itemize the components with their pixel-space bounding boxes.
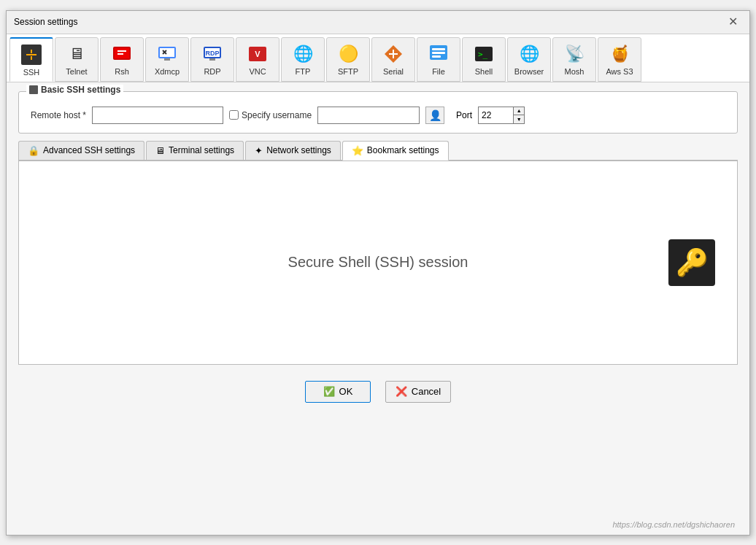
basic-ssh-title: Basic SSH settings: [26, 85, 123, 95]
tab-file[interactable]: File: [417, 37, 460, 82]
svg-text:>_: >_: [478, 50, 488, 59]
tab-ftp-label: FTP: [296, 67, 311, 76]
network-icon: ✦: [255, 145, 263, 156]
svg-rect-23: [432, 52, 445, 54]
tab-vnc[interactable]: V VNC: [236, 37, 279, 82]
remote-host-label: Remote host *: [31, 110, 86, 120]
subtab-terminal[interactable]: 🖥 Terminal settings: [146, 141, 244, 160]
sub-tabs-container: 🔒 Advanced SSH settings 🖥 Terminal setti…: [18, 141, 738, 365]
telnet-icon: 🖥: [65, 42, 88, 66]
basic-ssh-title-icon: [29, 85, 38, 94]
tab-ssh[interactable]: SSH: [9, 37, 53, 82]
tab-rsh[interactable]: Rsh: [100, 37, 144, 82]
tab-file-label: File: [432, 67, 445, 76]
protocol-tabs-row: SSH 🖥 Telnet Rsh Xdmcp RDP RDP: [7, 34, 749, 82]
tab-rsh-label: Rsh: [115, 67, 129, 76]
tab-xdmcp[interactable]: Xdmcp: [145, 37, 189, 82]
port-input-group: 22 ▲ ▼: [478, 107, 525, 124]
main-content: Basic SSH settings Remote host * Specify…: [7, 82, 749, 523]
ssh-icon: [20, 43, 43, 66]
session-preview-area: Secure Shell (SSH) session 🔑: [18, 161, 738, 365]
rdp-icon: RDP: [201, 42, 224, 66]
tab-awss3[interactable]: 🍯 Aws S3: [598, 37, 641, 82]
specify-username-label: Specify username: [229, 110, 312, 120]
subtab-terminal-label: Terminal settings: [169, 145, 234, 155]
tab-vnc-label: VNC: [249, 67, 266, 76]
ok-icon: ✅: [323, 386, 335, 397]
vnc-icon: V: [246, 42, 269, 66]
subtab-network-label: Network settings: [266, 145, 331, 155]
close-button[interactable]: ✕: [724, 15, 742, 29]
port-input[interactable]: 22: [478, 107, 513, 124]
tab-rdp[interactable]: RDP RDP: [190, 37, 234, 82]
sftp-icon: 🟡: [336, 42, 360, 66]
tab-telnet-label: Telnet: [66, 67, 87, 76]
subtab-network[interactable]: ✦ Network settings: [245, 141, 341, 160]
port-up-button[interactable]: ▲: [514, 107, 524, 115]
tab-mosh-label: Mosh: [565, 67, 585, 76]
sub-tabs-row: 🔒 Advanced SSH settings 🖥 Terminal setti…: [18, 141, 738, 161]
remote-host-input[interactable]: [92, 107, 223, 124]
xdmcp-icon: [155, 42, 179, 66]
tab-sftp[interactable]: 🟡 SFTP: [326, 37, 370, 82]
shell-icon: >_: [472, 42, 495, 66]
tab-shell[interactable]: >_ Shell: [462, 37, 506, 82]
tab-browser-label: Browser: [514, 67, 544, 76]
session-label: Secure Shell (SSH) session: [288, 254, 468, 271]
svg-text:RDP: RDP: [205, 50, 219, 57]
svg-rect-11: [164, 58, 170, 61]
session-key-icon: 🔑: [668, 239, 715, 286]
file-icon: [427, 42, 450, 66]
svg-rect-24: [432, 55, 441, 58]
dialog-title: Session settings: [14, 17, 77, 27]
tab-browser[interactable]: 🌐 Browser: [507, 37, 551, 82]
specify-username-checkbox[interactable]: [229, 110, 239, 120]
tab-ssh-label: SSH: [23, 68, 40, 77]
port-label: Port: [456, 110, 472, 120]
ok-button[interactable]: ✅ OK: [305, 381, 371, 403]
tab-serial-label: Serial: [383, 67, 404, 76]
username-input[interactable]: [317, 107, 420, 124]
footer: ✅ OK ❌ Cancel: [18, 372, 738, 411]
tab-rdp-label: RDP: [204, 67, 220, 76]
tab-awss3-label: Aws S3: [606, 67, 633, 76]
basic-ssh-row: Remote host * Specify username 👤 Port 22…: [31, 107, 725, 124]
ok-label: OK: [339, 386, 353, 397]
svg-rect-22: [432, 48, 445, 50]
serial-icon: [382, 42, 405, 66]
subtab-bookmark[interactable]: ⭐ Bookmark settings: [342, 141, 449, 161]
browser-icon: 🌐: [517, 42, 541, 66]
advanced-ssh-icon: 🔒: [28, 145, 39, 156]
session-settings-dialog: Session settings ✕ SSH 🖥 Telnet: [6, 10, 750, 536]
user-icon-button[interactable]: 👤: [425, 107, 444, 124]
subtab-advanced-ssh-label: Advanced SSH settings: [43, 145, 135, 155]
cancel-icon: ❌: [396, 386, 407, 397]
basic-ssh-settings-group: Basic SSH settings Remote host * Specify…: [18, 91, 738, 134]
cancel-label: Cancel: [412, 386, 441, 397]
rsh-icon: [110, 42, 134, 66]
ftp-icon: 🌐: [291, 42, 315, 66]
port-down-button[interactable]: ▼: [514, 115, 524, 123]
tab-xdmcp-label: Xdmcp: [155, 67, 180, 76]
title-bar: Session settings ✕: [7, 11, 749, 34]
basic-ssh-title-text: Basic SSH settings: [41, 85, 120, 95]
subtab-advanced-ssh[interactable]: 🔒 Advanced SSH settings: [18, 141, 144, 160]
tab-ftp[interactable]: 🌐 FTP: [281, 37, 325, 82]
tab-shell-label: Shell: [475, 67, 493, 76]
tab-serial[interactable]: Serial: [371, 37, 415, 82]
terminal-icon: 🖥: [155, 145, 165, 156]
svg-rect-8: [160, 48, 174, 57]
awss3-icon: 🍯: [608, 42, 631, 66]
svg-text:V: V: [255, 50, 261, 58]
tab-mosh[interactable]: 📡 Mosh: [552, 37, 596, 82]
port-spinner: ▲ ▼: [513, 107, 525, 124]
tab-telnet[interactable]: 🖥 Telnet: [55, 37, 99, 82]
tab-sftp-label: SFTP: [338, 67, 358, 76]
subtab-bookmark-label: Bookmark settings: [367, 145, 439, 155]
svg-rect-15: [209, 58, 215, 61]
bookmark-icon: ⭐: [352, 145, 363, 156]
mosh-icon: 📡: [563, 42, 586, 66]
cancel-button[interactable]: ❌ Cancel: [385, 381, 451, 403]
watermark: https://blog.csdn.net/dgshichaoren: [0, 519, 741, 530]
